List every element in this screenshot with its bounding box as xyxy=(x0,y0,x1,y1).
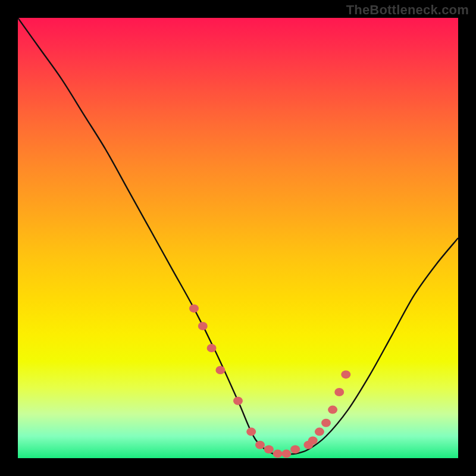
bottleneck-curve xyxy=(18,18,458,455)
curve-marker xyxy=(255,441,265,449)
curve-marker xyxy=(273,450,283,458)
curve-marker xyxy=(189,304,199,312)
curve-layer xyxy=(18,18,458,458)
curve-marker xyxy=(281,450,291,458)
curve-marker xyxy=(315,428,324,436)
curve-marker xyxy=(321,419,331,427)
curve-marker xyxy=(290,445,300,453)
curve-marker xyxy=(341,370,350,378)
curve-marker xyxy=(334,388,344,396)
watermark-text: TheBottleneck.com xyxy=(346,2,469,18)
curve-marker xyxy=(215,366,225,374)
curve-marker xyxy=(308,436,318,444)
curve-marker xyxy=(264,445,274,453)
chart-frame: TheBottleneck.com xyxy=(0,0,476,476)
curve-marker xyxy=(207,344,217,352)
curve-marker xyxy=(233,397,243,405)
curve-marker xyxy=(198,322,208,330)
curve-marker xyxy=(246,428,256,436)
curve-marker xyxy=(328,406,337,414)
plot-area xyxy=(18,18,458,458)
